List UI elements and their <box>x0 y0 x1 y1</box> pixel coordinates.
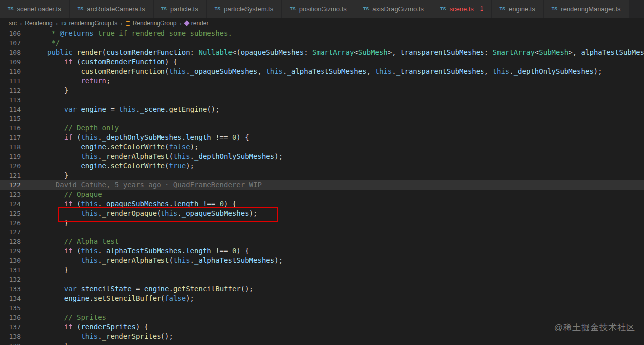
code-line-135[interactable]: 135 <box>0 303 644 313</box>
code-line-131[interactable]: 131 } <box>0 265 644 275</box>
code-line-114[interactable]: 114 var engine = this._scene.getEngine()… <box>0 105 644 114</box>
line-number[interactable]: 129 <box>0 246 21 256</box>
code-token <box>47 209 81 217</box>
tab-positionGizmo-ts[interactable]: TSpositionGizmo.ts <box>282 0 355 18</box>
tab-renderingManager-ts[interactable]: TSrenderingManager.ts <box>544 0 629 18</box>
line-number[interactable]: 110 <box>0 67 21 76</box>
code-text: if (this._alphaTestSubMeshes.length !== … <box>47 246 644 256</box>
code-line-121[interactable]: 121 } <box>0 171 644 180</box>
code-line-138[interactable]: 138 this._renderSprites(); <box>0 332 644 341</box>
line-number[interactable]: 118 <box>0 142 21 152</box>
code-line-125[interactable]: 125 this._renderOpaque(this._opaqueSubMe… <box>0 209 644 218</box>
code-line-134[interactable]: 134 engine.setStencilBuffer(false); <box>0 294 644 303</box>
code-line-109[interactable]: 109 if (customRenderFunction) { <box>0 57 644 67</box>
line-number[interactable]: 135 <box>0 303 21 313</box>
breadcrumb-label: Rendering <box>25 20 52 27</box>
code-line-106[interactable]: 106 * @returns true if rendered some sub… <box>0 29 644 38</box>
code-token: _renderAlphaTest <box>102 256 169 264</box>
code-line-118[interactable]: 118 engine.setColorWrite(false); <box>0 142 644 152</box>
line-number[interactable]: 113 <box>0 95 21 105</box>
line-number[interactable]: 134 <box>0 294 21 303</box>
line-number[interactable]: 133 <box>0 284 21 294</box>
line-number[interactable]: 138 <box>0 332 21 341</box>
code-line-128[interactable]: 128 // Alpha test <box>0 237 644 246</box>
typescript-icon: TS <box>363 6 369 11</box>
tab-scene-ts[interactable]: TSscene.ts1 <box>432 0 492 18</box>
line-number[interactable]: 128 <box>0 237 21 246</box>
code-token <box>47 285 64 293</box>
code-line-136[interactable]: 136 // Sprites <box>0 313 644 322</box>
code-line-124[interactable]: 124 if (this._opaqueSubMeshes.length !==… <box>0 199 644 209</box>
line-number[interactable]: 137 <box>0 322 21 332</box>
tab-axisDragGizmo-ts[interactable]: TSaxisDragGizmo.ts <box>355 0 432 18</box>
code-line-127[interactable]: 127 <box>0 228 644 237</box>
code-line-107[interactable]: 107 */ <box>0 38 644 48</box>
tab-particleSystem-ts[interactable]: TSparticleSystem.ts <box>207 0 282 18</box>
line-number[interactable]: 130 <box>0 256 21 265</box>
line-number[interactable]: 109 <box>0 57 21 67</box>
code-token: ); <box>274 256 283 264</box>
line-number[interactable]: 122 <box>0 180 21 190</box>
code-line-139[interactable]: 139 } <box>0 341 644 345</box>
code-line-133[interactable]: 133 var stencilState = engine.getStencil… <box>0 284 644 294</box>
line-number[interactable]: 108 <box>0 48 21 57</box>
code-line-108[interactable]: 108public render(customRenderFunction: N… <box>0 48 644 57</box>
code-line-119[interactable]: 119 this._renderAlphaTest(this._depthOnl… <box>0 152 644 161</box>
breadcrumb-item-RenderingGroup[interactable]: RenderingGroup <box>126 20 177 27</box>
code-line-115[interactable]: 115 <box>0 114 644 123</box>
line-number[interactable]: 121 <box>0 171 21 180</box>
code-line-110[interactable]: 110 customRenderFunction(this._opaqueSub… <box>0 67 644 76</box>
code-token <box>47 77 81 85</box>
line-number[interactable]: 112 <box>0 86 21 95</box>
code-text: // Opaque <box>47 190 644 199</box>
error-count-badge: 1 <box>480 5 483 12</box>
tab-engine-ts[interactable]: TSengine.ts <box>492 0 544 18</box>
line-number[interactable]: 116 <box>0 123 21 133</box>
code-token: if <box>64 247 73 255</box>
code-line-120[interactable]: 120 engine.setColorWrite(true); <box>0 161 644 171</box>
line-number[interactable]: 119 <box>0 152 21 161</box>
code-token: this <box>81 209 98 217</box>
code-token: . <box>98 256 102 264</box>
line-number[interactable]: 126 <box>0 218 21 228</box>
line-number[interactable]: 124 <box>0 199 21 209</box>
code-token: // Sprites <box>64 313 106 321</box>
line-number[interactable]: 136 <box>0 313 21 322</box>
code-line-113[interactable]: 113 <box>0 95 644 105</box>
code-line-116[interactable]: 116 // Depth only <box>0 123 644 133</box>
breadcrumb-item-src[interactable]: src <box>9 20 17 27</box>
line-number[interactable]: 127 <box>0 228 21 237</box>
line-number[interactable]: 117 <box>0 133 21 142</box>
line-number[interactable]: 107 <box>0 38 21 48</box>
line-number[interactable]: 111 <box>0 76 21 86</box>
code-line-112[interactable]: 112 } <box>0 86 644 95</box>
code-line-130[interactable]: 130 this._renderAlphaTest(this._alphaTes… <box>0 256 644 265</box>
tab-arcRotateCamera-ts[interactable]: TSarcRotateCamera.ts <box>70 0 154 18</box>
line-number[interactable]: 106 <box>0 29 21 38</box>
line-number[interactable]: 123 <box>0 190 21 199</box>
code-token <box>47 133 64 141</box>
code-line-126[interactable]: 126 } <box>0 218 644 228</box>
code-line-111[interactable]: 111 return; <box>0 76 644 86</box>
code-token: _renderSprites <box>102 332 161 340</box>
line-number[interactable]: 120 <box>0 161 21 171</box>
code-line-132[interactable]: 132 <box>0 275 644 284</box>
code-line-117[interactable]: 117 if (this._depthOnlySubMeshes.length … <box>0 133 644 142</box>
code-token: ( <box>102 48 106 56</box>
code-token: ); <box>594 67 602 75</box>
line-number[interactable]: 132 <box>0 275 21 284</box>
breadcrumb-item-Rendering[interactable]: Rendering <box>25 20 52 27</box>
breadcrumb-item-renderingGroup-ts[interactable]: TSrenderingGroup.ts <box>61 20 117 27</box>
tab-sceneLoader-ts[interactable]: TSsceneLoader.ts <box>0 0 70 18</box>
code-line-123[interactable]: 123 // Opaque <box>0 190 644 199</box>
line-number[interactable]: 131 <box>0 265 21 275</box>
code-line-137[interactable]: 137 if (renderSprites) { <box>0 322 644 332</box>
tab-particle-ts[interactable]: TSparticle.ts <box>154 0 207 18</box>
breadcrumb-item-render[interactable]: render <box>185 20 209 27</box>
line-number[interactable]: 139 <box>0 341 21 345</box>
line-number[interactable]: 115 <box>0 114 21 123</box>
line-number[interactable]: 125 <box>0 209 21 218</box>
code-line-122[interactable]: 122 David Catuhe, 5 years ago · QuadFram… <box>0 180 644 190</box>
line-number[interactable]: 114 <box>0 105 21 114</box>
code-line-129[interactable]: 129 if (this._alphaTestSubMeshes.length … <box>0 246 644 256</box>
